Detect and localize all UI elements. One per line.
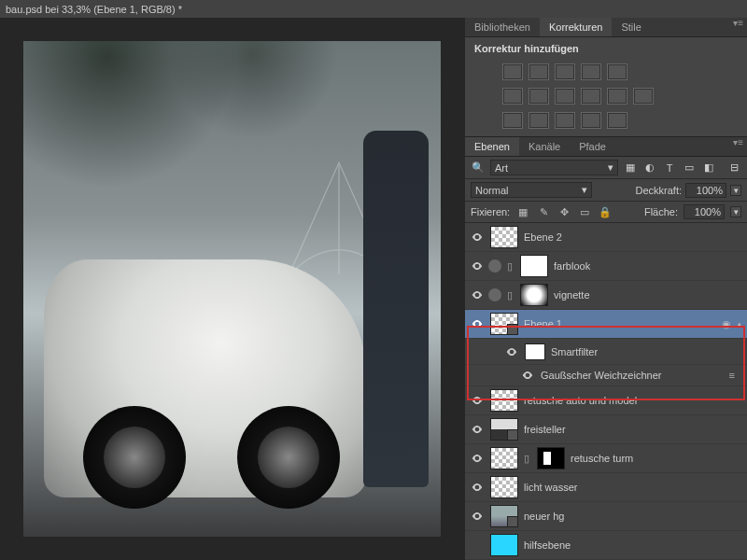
link-icon[interactable]: ▯ xyxy=(507,289,514,301)
visibility-icon[interactable] xyxy=(520,368,535,383)
filter-mask-thumb[interactable] xyxy=(525,343,545,360)
visibility-icon[interactable] xyxy=(504,344,519,359)
layer-name[interactable]: Ebene 1 xyxy=(524,318,716,329)
panel-menu-icon[interactable]: ▾≡ xyxy=(729,18,747,36)
visibility-icon[interactable] xyxy=(470,393,485,408)
layer-name[interactable]: freisteller xyxy=(524,424,742,435)
document-canvas[interactable] xyxy=(23,41,441,537)
layer-name[interactable]: retusche auto und model xyxy=(524,395,742,406)
lock-position-icon[interactable]: ✥ xyxy=(557,205,571,218)
filter-entry-row[interactable]: Gaußscher Weichzeichner ≡ xyxy=(465,365,747,386)
layer-thumb[interactable] xyxy=(490,476,518,498)
adj-levels-icon[interactable] xyxy=(529,63,549,80)
adj-exposure-icon[interactable] xyxy=(581,63,601,80)
layer-name[interactable]: hilfsebene xyxy=(524,539,742,551)
tab-ebenen[interactable]: Ebenen xyxy=(465,137,519,156)
adj-brightness-icon[interactable] xyxy=(502,63,523,80)
adjustment-layer-icon[interactable] xyxy=(488,259,501,273)
layer-row[interactable]: ▯ farblook xyxy=(465,252,747,281)
tab-stile[interactable]: Stile xyxy=(612,18,650,36)
layer-row[interactable]: ▯ vignette xyxy=(465,281,747,310)
smartobject-thumb[interactable] xyxy=(490,313,518,335)
visibility-icon[interactable] xyxy=(470,480,485,495)
filter-shape-icon[interactable]: ▭ xyxy=(682,161,697,175)
layer-thumb[interactable] xyxy=(490,389,518,412)
filter-smart-icon[interactable]: ◧ xyxy=(701,161,716,175)
visibility-icon-off[interactable] xyxy=(470,538,485,553)
filter-adjust-icon[interactable]: ◐ xyxy=(642,161,657,175)
link-icon[interactable]: ▯ xyxy=(524,453,531,465)
layer-thumb[interactable] xyxy=(490,418,518,441)
adj-posterize-icon[interactable] xyxy=(529,112,549,129)
layer-row[interactable]: retusche auto und model xyxy=(465,386,747,415)
visibility-icon[interactable] xyxy=(470,287,485,302)
layer-row[interactable]: freisteller xyxy=(465,415,747,444)
tab-bibliotheken[interactable]: Bibliotheken xyxy=(465,18,540,36)
adj-invert-icon[interactable] xyxy=(502,112,523,129)
lock-artboard-icon[interactable]: ▭ xyxy=(577,205,592,218)
layer-row[interactable]: neuer hg xyxy=(465,502,747,531)
expand-icon[interactable]: ▴ xyxy=(737,318,742,330)
layer-name[interactable]: retusche turm xyxy=(571,453,742,464)
layer-name[interactable]: Ebene 2 xyxy=(524,231,742,243)
smartfilter-label[interactable]: Smartfilter xyxy=(551,346,742,357)
fill-value[interactable]: 100% xyxy=(684,204,725,219)
tab-pfade[interactable]: Pfade xyxy=(570,137,615,156)
fill-arrow[interactable]: ▾ xyxy=(730,206,741,217)
mask-thumb[interactable] xyxy=(537,447,565,469)
canvas-area[interactable] xyxy=(0,18,464,560)
layer-thumb[interactable] xyxy=(490,447,518,469)
tab-korrekturen[interactable]: Korrekturen xyxy=(540,18,612,36)
visibility-icon[interactable] xyxy=(470,259,485,273)
adj-hue-icon[interactable] xyxy=(502,88,523,105)
opacity-arrow[interactable]: ▾ xyxy=(730,185,741,196)
layer-row[interactable]: Ebene 2 xyxy=(465,223,747,252)
layer-name[interactable]: licht wasser xyxy=(524,482,742,493)
filter-name[interactable]: Gaußscher Weichzeichner xyxy=(541,370,724,381)
visibility-icon[interactable] xyxy=(470,230,485,245)
adj-channelmix-icon[interactable] xyxy=(607,88,627,105)
adj-photofilter-icon[interactable] xyxy=(581,88,601,105)
layer-thumb[interactable] xyxy=(490,226,518,248)
mask-thumb[interactable] xyxy=(520,255,548,277)
adj-vibrance-icon[interactable] xyxy=(607,63,627,80)
layer-thumb[interactable] xyxy=(490,505,518,527)
adj-curves-icon[interactable] xyxy=(555,63,575,80)
smartfilter-row[interactable]: Smartfilter xyxy=(465,339,747,365)
visibility-icon[interactable] xyxy=(470,316,485,331)
adj-selectivecolor-icon[interactable] xyxy=(607,112,627,129)
adj-balance-icon[interactable] xyxy=(529,88,549,105)
filter-type-icon[interactable]: T xyxy=(662,161,677,175)
search-icon[interactable]: 🔍 xyxy=(471,161,486,175)
filter-switch-icon[interactable]: ⊟ xyxy=(726,161,741,175)
filter-blending-icon[interactable]: ≡ xyxy=(729,370,735,381)
mask-thumb[interactable] xyxy=(520,284,548,306)
adj-bw-icon[interactable] xyxy=(555,88,575,105)
link-icon[interactable]: ▯ xyxy=(507,260,514,273)
adj-threshold-icon[interactable] xyxy=(555,112,575,129)
tab-kanaele[interactable]: Kanäle xyxy=(519,137,570,156)
blend-mode-select[interactable]: Normal▾ xyxy=(471,182,592,198)
layers-menu-icon[interactable]: ▾≡ xyxy=(729,137,747,156)
lock-all-icon[interactable]: 🔒 xyxy=(598,205,613,218)
layer-row-selected[interactable]: Ebene 1 ◉ ▴ xyxy=(465,310,747,339)
adj-gradientmap-icon[interactable] xyxy=(581,112,601,129)
layer-row[interactable]: licht wasser xyxy=(465,473,747,502)
layer-row[interactable]: hilfsebene xyxy=(465,531,747,560)
adj-colorlookup-icon[interactable] xyxy=(633,88,654,105)
opacity-value[interactable]: 100% xyxy=(685,183,726,198)
layer-row[interactable]: ▯ retusche turm xyxy=(465,444,747,473)
visibility-icon[interactable] xyxy=(470,451,485,466)
visibility-icon[interactable] xyxy=(470,422,485,437)
filter-type-select[interactable]: Art▾ xyxy=(490,160,618,175)
adjustment-layer-icon[interactable] xyxy=(488,288,501,301)
layer-name[interactable]: neuer hg xyxy=(524,511,742,522)
lock-transparent-icon[interactable]: ▦ xyxy=(515,205,530,218)
filter-pixel-icon[interactable]: ▦ xyxy=(623,161,638,175)
layer-list[interactable]: Ebene 2 ▯ farblook ▯ vignette xyxy=(465,223,747,560)
layer-name[interactable]: farblook xyxy=(554,260,742,272)
layer-thumb[interactable] xyxy=(490,534,518,556)
visibility-icon[interactable] xyxy=(470,509,485,524)
layer-name[interactable]: vignette xyxy=(554,289,742,301)
lock-pixels-icon[interactable]: ✎ xyxy=(536,205,551,218)
